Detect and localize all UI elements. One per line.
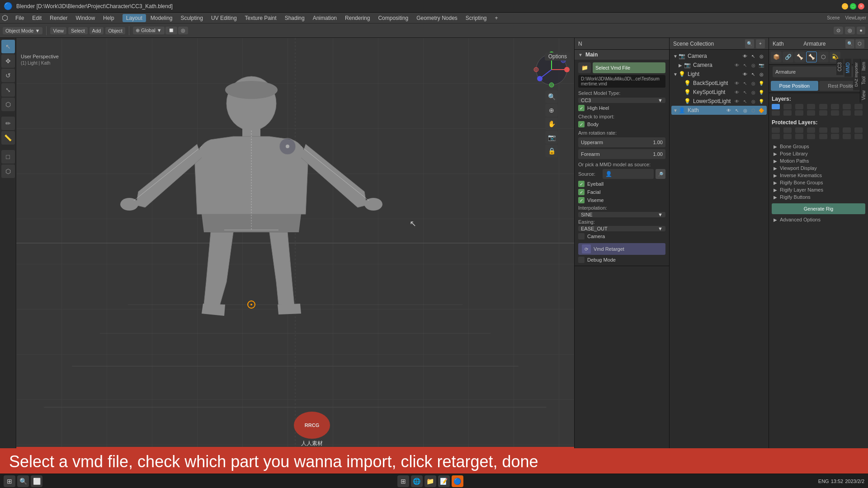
main-section-header[interactable]: ▼ Main <box>575 50 669 60</box>
vis-eye-light-icon[interactable]: 👁 <box>741 70 749 78</box>
player-11[interactable] <box>807 134 815 139</box>
vis-ls-cam[interactable]: 💡 <box>758 98 765 105</box>
vis-bs-rnd[interactable]: ◎ <box>750 80 757 87</box>
tree-item-keyspot[interactable]: 💡 KeySpotLight 👁 ↖ ◎ 💡 <box>671 88 767 97</box>
retarget-button[interactable]: ⟳ Vmd Retarget <box>578 243 665 255</box>
bone-groups-item[interactable]: ▶ Bone Groups <box>772 143 865 150</box>
tree-item-camera-collection[interactable]: ▼ 📷 Camera 👁 ↖ ◎ <box>671 52 767 61</box>
layer-8[interactable] <box>772 110 780 116</box>
vis-rnd-light-icon[interactable]: ◎ <box>758 70 765 78</box>
ws-tab-modeling[interactable]: Modeling <box>147 14 176 22</box>
viewport[interactable]: ⬡ ⬡ <box>16 38 574 448</box>
ws-tab-add[interactable]: + <box>491 14 502 22</box>
vis-ls-rnd[interactable]: ◎ <box>750 98 757 105</box>
layer-14[interactable] <box>843 110 851 116</box>
overlays-btn[interactable]: ⊙ <box>834 27 843 34</box>
zoom-in-btn[interactable]: 🔍 <box>545 90 558 103</box>
player-3[interactable] <box>807 127 815 133</box>
player-2[interactable] <box>795 127 803 133</box>
vis-ks-rnd[interactable]: ◎ <box>750 89 757 96</box>
taskview-btn[interactable]: ⬜ <box>31 475 42 487</box>
menu-file[interactable]: File <box>12 14 28 22</box>
add-obj-icon[interactable]: ⬡ <box>1 164 15 178</box>
vis-ks-sel[interactable]: ↖ <box>741 89 749 96</box>
select-btn[interactable]: Select <box>68 27 88 34</box>
ws-tab-geometry[interactable]: Geometry Nodes <box>413 14 461 22</box>
view-btn[interactable]: View <box>50 27 66 34</box>
upperarm-field[interactable]: Upperarm 1.00 <box>578 137 665 147</box>
generate-rig-btn[interactable]: Generate Rig <box>772 203 865 214</box>
layer-0[interactable] <box>772 104 780 109</box>
select-vmd-btn[interactable]: Select Vmd File <box>593 62 665 73</box>
player-1[interactable] <box>783 127 792 133</box>
tree-item-camera[interactable]: ▶ 📷 Camera 👁 ↖ ◎ 📷 <box>671 61 767 70</box>
pan-btn[interactable]: ✋ <box>545 117 558 130</box>
layer-6[interactable] <box>843 104 851 109</box>
vis-eye-icon[interactable]: 👁 <box>741 52 749 60</box>
lock-btn[interactable]: 🔒 <box>545 145 558 157</box>
add-cube-icon[interactable]: □ <box>1 150 15 164</box>
close-button[interactable]: ✕ <box>858 3 864 9</box>
object-btn[interactable]: Object <box>105 27 125 34</box>
vis-eye-icon-2[interactable]: 👁 <box>733 61 741 69</box>
chrome-icon[interactable]: 🌐 <box>411 475 423 487</box>
menu-window[interactable]: Window <box>72 14 99 22</box>
pose-library-item[interactable]: ▶ Pose Library <box>772 150 865 157</box>
player-0[interactable] <box>772 127 780 133</box>
vis-ls-eye[interactable]: 👁 <box>733 98 741 105</box>
debug-checkbox[interactable] <box>578 257 585 263</box>
vis-render-icon[interactable]: ◎ <box>758 52 765 60</box>
explorer-icon[interactable]: 📁 <box>425 475 436 487</box>
vis-kath-sel[interactable]: ↖ <box>733 107 741 114</box>
player-15[interactable] <box>854 134 863 139</box>
pose-position-tab[interactable]: Pose Position <box>771 81 818 91</box>
ws-tab-uv[interactable]: UV Editing <box>208 14 241 22</box>
measure-icon[interactable]: 📏 <box>1 131 15 145</box>
advanced-options-item[interactable]: ▶ Advanced Options <box>772 216 865 223</box>
viewport-display-item[interactable]: ▶ Viewport Display <box>772 164 865 172</box>
menu-render[interactable]: Render <box>46 14 71 22</box>
zoom-out-btn[interactable]: ⊕ <box>545 104 558 117</box>
vscode-icon[interactable]: 📝 <box>438 475 450 487</box>
annotate-icon[interactable]: ✏ <box>1 117 15 130</box>
arm-constraint-tab[interactable]: 🔗 <box>783 52 793 62</box>
vis-ks-cam[interactable]: 💡 <box>758 89 765 96</box>
body-checkbox[interactable]: ✓ <box>578 121 585 127</box>
object-mode-btn[interactable]: Object Mode ▼ <box>3 27 42 34</box>
vis-kath-rnd[interactable]: ◎ <box>741 107 749 114</box>
menu-edit[interactable]: Edit <box>28 14 45 22</box>
source-input[interactable]: 👤 <box>603 169 654 179</box>
inverse-kinematics-item[interactable]: ▶ Inverse Kinematics <box>772 172 865 179</box>
maximize-button[interactable]: □ <box>850 3 856 9</box>
scene-add-icon[interactable]: + <box>756 39 765 48</box>
layer-11[interactable] <box>807 110 815 116</box>
arm-obj-tab[interactable]: 📦 <box>771 52 782 62</box>
forearm-field[interactable]: Forearm 1.00 <box>578 149 665 159</box>
transform-tool-icon[interactable]: ⬡ <box>1 98 15 111</box>
vis-kath-eye[interactable]: 👁 <box>725 107 732 114</box>
facial-checkbox[interactable]: ✓ <box>578 189 585 195</box>
tree-item-backspot[interactable]: 💡 BackSpotLight 👁 ↖ ◎ 💡 <box>671 79 767 88</box>
layer-9[interactable] <box>783 110 792 116</box>
vis-rnd-icon-2[interactable]: ◎ <box>750 61 757 69</box>
layer-13[interactable] <box>831 110 839 116</box>
vis-cam-icon[interactable]: 📷 <box>758 61 765 69</box>
arm-icon-1[interactable]: 🔍 <box>845 39 854 48</box>
scene-filter-icon[interactable]: 🔍 <box>745 39 754 48</box>
vis-bs-sel[interactable]: ↖ <box>741 80 749 87</box>
search-btn[interactable]: 🔍 <box>17 475 29 487</box>
start-btn[interactable]: ⊞ <box>4 475 15 487</box>
windows-icon[interactable]: ⊞ <box>397 475 409 487</box>
vis-kath-extra[interactable]: ⬡ <box>750 107 757 114</box>
menu-help[interactable]: Help <box>99 14 118 22</box>
vis-kath-mesh[interactable]: 🔶 <box>758 107 765 114</box>
player-9[interactable] <box>783 134 792 139</box>
minimize-button[interactable]: ─ <box>842 3 848 9</box>
ws-tab-animation[interactable]: Animation <box>309 14 340 22</box>
ws-tab-shading[interactable]: Shading <box>281 14 308 22</box>
layer-5[interactable] <box>831 104 839 109</box>
rotate-tool-icon[interactable]: ↺ <box>1 69 15 82</box>
player-5[interactable] <box>831 127 839 133</box>
player-12[interactable] <box>819 134 827 139</box>
arm-active-tab[interactable]: 🦴 <box>806 52 817 62</box>
